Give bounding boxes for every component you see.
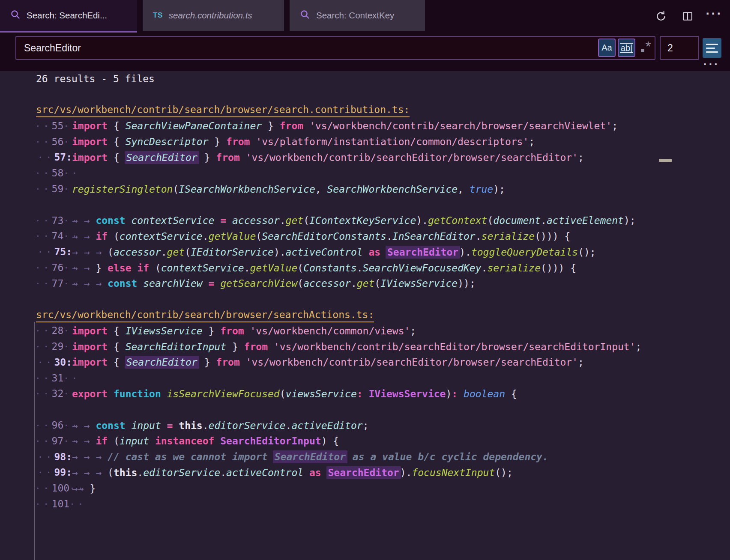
line-number: · · 56· ·	[35, 134, 72, 150]
result-line[interactable]: · · 30:import { SearchEditor } from 'vs/…	[0, 354, 730, 370]
result-line[interactable]: · · 74· ·→ → if (contextService.getValue…	[0, 229, 730, 244]
tab-search-contextkey[interactable]: Search: ContextKey	[290, 0, 425, 33]
result-line[interactable]: · · 73· ·→ → const contextService = acce…	[0, 213, 730, 229]
result-line[interactable]: · · 59· ·registerSingleton(ISearchWorkbe…	[0, 182, 730, 197]
code-text: → → → // cast as we cannot import Search…	[72, 449, 548, 465]
code-text: → → → const searchView = getSearchView(a…	[72, 276, 476, 292]
search-results-editor[interactable]: 26 results - 5 filessrc/vs/workbench/con…	[0, 71, 730, 560]
line-number: · · 75:	[35, 244, 72, 260]
code-text: → → const contextService = accessor.get(…	[72, 213, 636, 229]
more-actions-icon[interactable]: ···	[707, 6, 721, 26]
tab-label: search.contribution.ts	[169, 10, 252, 21]
tab-label: Search: ContextKey	[316, 10, 394, 21]
line-number: · · 77· ·	[35, 276, 72, 292]
code-text: export function isSearchViewFocused(view…	[72, 386, 517, 402]
line-number: · · 74· ·	[35, 228, 72, 244]
result-line[interactable]: · · 101· ·	[0, 497, 730, 512]
result-line[interactable]: · · 75:→ → → (accessor.get(IEditorServic…	[0, 244, 730, 260]
regex-icon	[641, 49, 644, 52]
match-highlight: SearchEditor	[326, 466, 401, 479]
line-number: · · 32· ·	[35, 386, 72, 402]
blank-line	[0, 512, 730, 528]
search-icon	[10, 9, 21, 22]
code-text: → → → (this.editorService.activeControl …	[72, 465, 513, 481]
file-result-row: src/vs/workbench/contrib/search/browser/…	[0, 307, 730, 323]
blank-line	[0, 292, 730, 307]
line-number: · · 97· ·	[35, 433, 72, 450]
line-number: · · 73· ·	[35, 213, 72, 229]
tab-search-searcheditor[interactable]: Search: SearchEdi...	[0, 0, 137, 33]
result-line[interactable]: · · 55· ·import { SearchViewPaneContaine…	[0, 118, 730, 134]
code-text: import { SearchViewPaneContainer } from …	[72, 118, 618, 134]
search-query-value: SearchEditor	[24, 42, 81, 54]
tab-label: Search: SearchEdi...	[27, 10, 107, 21]
toggle-context-lines-button[interactable]	[703, 38, 721, 58]
code-text: →→ }	[72, 481, 96, 497]
typescript-file-icon: TS	[153, 11, 163, 20]
whole-word-icon: ab|	[620, 43, 633, 53]
result-line[interactable]: · · 58· ·	[0, 166, 730, 182]
code-text: → → → (accessor.get(IEditorService).acti…	[72, 244, 596, 260]
code-text: import { IViewsService } from 'vs/workbe…	[72, 323, 416, 339]
line-number: · · 31· ·	[35, 370, 72, 387]
code-text: import { SyncDescriptor } from 'vs/platf…	[72, 134, 535, 150]
editor-tab-bar: Search: SearchEdi... TS search.contribut…	[0, 0, 730, 33]
result-line[interactable]: · · 32· ·export function isSearchViewFoc…	[0, 386, 730, 402]
result-line[interactable]: · · 56· ·import { SyncDescriptor } from …	[0, 134, 730, 150]
toggle-search-details[interactable]: ···	[703, 60, 720, 69]
code-text: import { SearchEditor } from 'vs/workben…	[72, 150, 584, 166]
blank-line	[0, 402, 730, 418]
blank-line	[0, 197, 730, 213]
code-text: → → } else if (contextService.getValue(C…	[72, 260, 576, 276]
match-highlight: SearchEditor	[125, 151, 199, 164]
line-number: · · 28· ·	[35, 323, 72, 339]
context-lines-value: 2	[667, 42, 673, 54]
regex-toggle[interactable]: *	[638, 39, 654, 57]
refresh-icon[interactable]	[654, 9, 668, 24]
code-text: import { SearchEditor } from 'vs/workben…	[72, 354, 584, 370]
file-path-link[interactable]: src/vs/workbench/contrib/search/browser/…	[36, 308, 374, 322]
result-line[interactable]: · · 99:→ → → (this.editorService.activeC…	[0, 465, 730, 481]
line-number: · · 58· ·	[35, 165, 72, 182]
result-line[interactable]: · · 31· ·	[0, 370, 730, 386]
result-line[interactable]: · · 57:import { SearchEditor } from 'vs/…	[0, 150, 730, 166]
scrollbar-thumb[interactable]	[659, 159, 672, 162]
match-highlight: SearchEditor	[273, 450, 347, 463]
context-lines-input[interactable]: 2	[660, 36, 699, 60]
match-highlight: SearchEditor	[125, 356, 199, 369]
result-block-guide	[34, 322, 35, 560]
editor-actions: ···	[654, 0, 721, 33]
result-line[interactable]: · · 100· ·→→ }	[0, 481, 730, 497]
search-query-input[interactable]: SearchEditor	[15, 36, 655, 60]
line-number: · · 98:	[35, 449, 72, 465]
search-icon	[300, 9, 310, 22]
whole-word-toggle[interactable]: ab|	[618, 39, 635, 57]
match-case-toggle[interactable]: Aa	[598, 39, 616, 57]
lines-icon	[706, 44, 718, 45]
result-line[interactable]: · · 29· ·import { SearchEditorInput } fr…	[0, 339, 730, 355]
line-number: · · 30:	[35, 354, 72, 371]
line-number: · · 101· ·	[35, 496, 72, 512]
code-text: registerSingleton(ISearchWorkbenchServic…	[72, 182, 505, 197]
tab-search-contribution-ts[interactable]: TS search.contribution.ts	[143, 0, 284, 33]
code-text: → → if (input instanceof SearchEditorInp…	[72, 433, 339, 449]
file-result-row: src/vs/workbench/contrib/search/browser/…	[0, 103, 730, 119]
file-path-link[interactable]: src/vs/workbench/contrib/search/browser/…	[36, 103, 410, 117]
result-line[interactable]: · · 96· ·→ → const input = this.editorSe…	[0, 418, 730, 434]
line-number: · · 76· ·	[35, 260, 72, 276]
result-line[interactable]: · · 98:→ → → // cast as we cannot import…	[0, 449, 730, 465]
search-query-bar: SearchEditor Aa ab| * 2 ···	[0, 33, 730, 71]
line-number: · · 96· ·	[35, 417, 72, 434]
code-text: → → const input = this.editorService.act…	[72, 418, 368, 434]
results-summary: 26 results - 5 files	[0, 71, 730, 87]
match-highlight: SearchEditor	[386, 246, 460, 259]
result-line[interactable]: · · 97· ·→ → if (input instanceof Search…	[0, 433, 730, 449]
result-line[interactable]: · · 76· ·→ → } else if (contextService.g…	[0, 260, 730, 276]
code-text: → → if (contextService.getValue(SearchEd…	[72, 229, 570, 244]
result-line[interactable]: · · 28· ·import { IViewsService } from '…	[0, 323, 730, 339]
code-text: import { SearchEditorInput } from 'vs/wo…	[72, 339, 641, 355]
blank-line	[0, 87, 730, 103]
split-editor-icon[interactable]	[680, 9, 695, 24]
line-number: · · 57:	[35, 149, 72, 166]
result-line[interactable]: · · 77· ·→ → → const searchView = getSea…	[0, 276, 730, 292]
